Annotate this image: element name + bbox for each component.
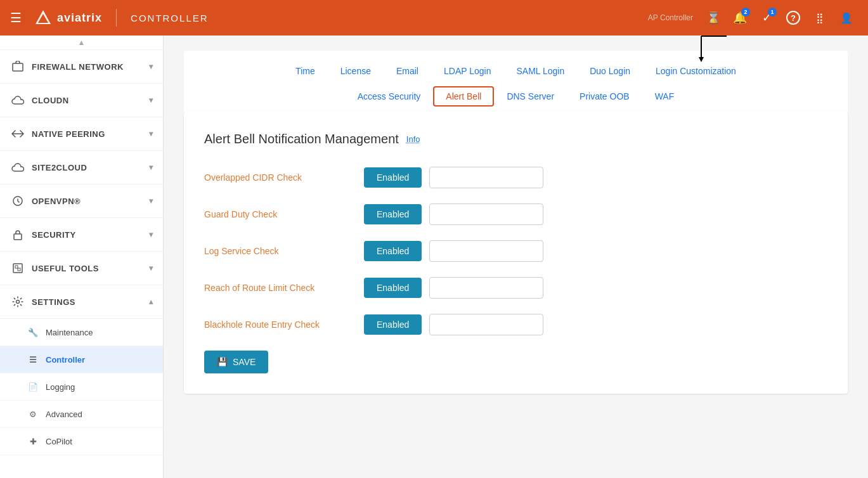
native-peering-icon bbox=[10, 126, 25, 141]
user-button[interactable]: 👤 bbox=[835, 6, 858, 29]
tab-dns-server[interactable]: DNS Server bbox=[494, 86, 567, 107]
sidebar-label-firewall-network: FIREWALL NETWORK bbox=[32, 62, 149, 72]
check-badge: 1 bbox=[768, 8, 777, 16]
form-row-blackhole-route: Blackhole Route Entry Check Enabled bbox=[204, 314, 827, 335]
user-icon: 👤 bbox=[840, 12, 853, 24]
copilot-icon: ✚ bbox=[27, 435, 39, 448]
question-icon: ? bbox=[786, 11, 800, 25]
sidebar-label-useful-tools: USEFUL TOOLS bbox=[32, 264, 149, 273]
openvpn-icon bbox=[10, 193, 25, 209]
tab-waf[interactable]: WAF bbox=[642, 86, 687, 107]
svg-rect-5 bbox=[13, 63, 23, 71]
overlapped-cidr-label: Overlapped CIDR Check bbox=[204, 172, 356, 183]
sidebar-label-openvpn: OPENVPN® bbox=[32, 197, 149, 206]
reach-route-limit-label: Reach of Route Limit Check bbox=[204, 283, 356, 293]
tab-duo-login[interactable]: Duo Login bbox=[577, 61, 643, 81]
sidebar-label-native-peering: NATIVE PEERING bbox=[32, 129, 149, 139]
firewall-chevron-icon: ▾ bbox=[149, 62, 153, 71]
overlapped-cidr-enabled-button[interactable]: Enabled bbox=[364, 167, 422, 188]
help-button[interactable]: ? bbox=[782, 6, 805, 29]
security-chevron-icon: ▾ bbox=[149, 230, 153, 239]
grid-button[interactable]: ⣿ bbox=[808, 6, 831, 29]
scroll-up-indicator[interactable]: ▲ bbox=[0, 36, 163, 50]
advanced-label: Advanced bbox=[46, 410, 82, 419]
sidebar-item-cloudn[interactable]: CLOUDN ▾ bbox=[0, 84, 163, 117]
log-service-enabled-button[interactable]: Enabled bbox=[364, 241, 422, 261]
form-row-log-service: Log Service Check Enabled bbox=[204, 240, 827, 262]
sidebar-sub-item-advanced[interactable]: ⚙ Advanced bbox=[0, 401, 163, 428]
save-icon: 💾 bbox=[217, 357, 228, 367]
blackhole-route-label: Blackhole Route Entry Check bbox=[204, 320, 356, 330]
svg-rect-10 bbox=[18, 268, 20, 271]
tab-private-oob[interactable]: Private OOB bbox=[567, 86, 642, 107]
sidebar-item-openvpn[interactable]: OPENVPN® ▾ bbox=[0, 184, 163, 218]
site2cloud-chevron-icon: ▾ bbox=[149, 163, 153, 172]
topbar-left: ☰ aviatrix Controller bbox=[10, 9, 209, 27]
tab-access-security[interactable]: Access Security bbox=[345, 86, 434, 107]
firewall-network-icon bbox=[10, 59, 25, 74]
content-area: Time License Email LDAP Login SAML Login… bbox=[164, 36, 868, 478]
save-label: SAVE bbox=[233, 357, 256, 367]
maintenance-icon: 🔧 bbox=[27, 326, 39, 339]
sidebar-item-settings[interactable]: SETTINGS ▴ bbox=[0, 285, 163, 319]
bell-badge: 2 bbox=[741, 8, 750, 16]
tab-alert-bell[interactable]: Alert Bell bbox=[433, 86, 494, 107]
guard-duty-label: Guard Duty Check bbox=[204, 209, 356, 219]
hourglass-button[interactable]: ⌛ bbox=[702, 6, 725, 29]
sidebar-label-security: SECURITY bbox=[32, 230, 149, 240]
controller-name-display: AP Controller bbox=[648, 13, 693, 22]
sidebar-item-firewall-network[interactable]: FIREWALL NETWORK ▾ bbox=[0, 50, 163, 84]
save-button[interactable]: 💾 SAVE bbox=[204, 351, 268, 373]
card-title: Alert Bell Notification Management Info bbox=[204, 132, 827, 146]
form-row-overlapped-cidr: Overlapped CIDR Check Enabled bbox=[204, 167, 827, 188]
native-peering-chevron-icon: ▾ bbox=[149, 129, 153, 138]
sidebar-item-useful-tools[interactable]: USEFUL TOOLS ▾ bbox=[0, 252, 163, 285]
content-inner: Time License Email LDAP Login SAML Login… bbox=[164, 36, 868, 409]
check-button[interactable]: ✓ 1 bbox=[755, 6, 778, 29]
reach-route-limit-enabled-button[interactable]: Enabled bbox=[364, 278, 422, 298]
tab-saml-login[interactable]: SAML Login bbox=[503, 61, 577, 81]
cloudn-icon bbox=[10, 93, 25, 108]
site2cloud-icon bbox=[10, 160, 25, 175]
log-service-label: Log Service Check bbox=[204, 246, 356, 256]
log-service-input[interactable] bbox=[429, 240, 543, 262]
logging-label: Logging bbox=[46, 382, 75, 392]
overlapped-cidr-input[interactable] bbox=[429, 167, 543, 188]
hamburger-icon[interactable]: ☰ bbox=[10, 10, 22, 25]
sidebar-item-site2cloud[interactable]: SITE2CLOUD ▾ bbox=[0, 151, 163, 184]
reach-route-limit-input[interactable] bbox=[429, 277, 543, 299]
sidebar-sub-item-logging[interactable]: 📄 Logging bbox=[0, 373, 163, 401]
svg-rect-7 bbox=[14, 234, 22, 240]
useful-tools-icon bbox=[10, 261, 25, 276]
info-link[interactable]: Info bbox=[406, 134, 420, 144]
sidebar-sub-item-copilot[interactable]: ✚ CoPilot bbox=[0, 428, 163, 455]
sidebar-sub-item-controller[interactable]: ☰ Controller bbox=[0, 346, 163, 373]
tab-row-1: Time License Email LDAP Login SAML Login… bbox=[199, 61, 832, 86]
topbar: ☰ aviatrix Controller AP Controller ⌛ 🔔 … bbox=[0, 0, 868, 36]
copilot-label: CoPilot bbox=[46, 437, 72, 446]
sidebar-item-security[interactable]: SECURITY ▾ bbox=[0, 218, 163, 252]
blackhole-route-enabled-button[interactable]: Enabled bbox=[364, 314, 422, 335]
main-card: Alert Bell Notification Management Info … bbox=[184, 112, 848, 394]
useful-tools-chevron-icon: ▾ bbox=[149, 264, 153, 273]
maintenance-label: Maintenance bbox=[46, 328, 93, 337]
sidebar-label-site2cloud: SITE2CLOUD bbox=[32, 163, 149, 172]
guard-duty-enabled-button[interactable]: Enabled bbox=[364, 204, 422, 224]
controller-sub-label: Controller bbox=[46, 355, 85, 365]
hourglass-icon: ⌛ bbox=[706, 11, 720, 25]
tab-row-2: Access Security Alert Bell DNS Server Pr… bbox=[199, 86, 832, 112]
sidebar-sub-item-maintenance[interactable]: 🔧 Maintenance bbox=[0, 319, 163, 346]
blackhole-route-input[interactable] bbox=[429, 314, 543, 335]
bell-button[interactable]: 🔔 2 bbox=[729, 6, 751, 29]
tab-time[interactable]: Time bbox=[283, 61, 328, 81]
svg-marker-4 bbox=[699, 57, 704, 62]
tab-container: Time License Email LDAP Login SAML Login… bbox=[184, 51, 848, 112]
sidebar-item-native-peering[interactable]: NATIVE PEERING ▾ bbox=[0, 117, 163, 151]
topbar-right: AP Controller ⌛ 🔔 2 ✓ 1 ? ⣿ 👤 bbox=[648, 6, 858, 29]
logo-divider bbox=[116, 9, 117, 27]
guard-duty-input[interactable] bbox=[429, 203, 543, 225]
sidebar-label-cloudn: CLOUDN bbox=[32, 96, 149, 105]
tab-license[interactable]: License bbox=[328, 61, 384, 81]
tab-ldap-login[interactable]: LDAP Login bbox=[431, 61, 503, 81]
tab-email[interactable]: Email bbox=[384, 61, 431, 81]
